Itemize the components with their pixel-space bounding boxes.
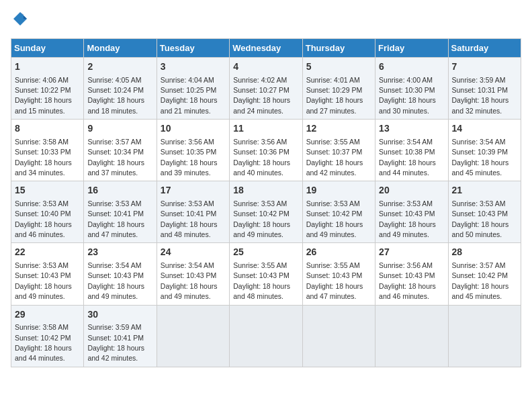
day-number: 4 [233,60,298,74]
day-number: 3 [161,60,226,74]
calendar-day-cell: 14Sunrise: 3:54 AMSunset: 10:39 PMDaylig… [448,120,521,181]
day-detail: Sunrise: 3:58 AMSunset: 10:42 PMDaylight… [15,323,72,362]
calendar-day-cell [302,305,375,367]
day-detail: Sunrise: 3:53 AMSunset: 10:42 PMDaylight… [306,199,363,238]
calendar-day-cell: 3Sunrise: 4:04 AMSunset: 10:25 PMDayligh… [157,58,229,120]
day-detail: Sunrise: 3:59 AMSunset: 10:41 PMDaylight… [87,323,144,362]
calendar-day-cell: 13Sunrise: 3:54 AMSunset: 10:38 PMDaylig… [375,120,448,181]
calendar-day-cell: 29Sunrise: 3:58 AMSunset: 10:42 PMDaylig… [11,305,84,367]
day-detail: Sunrise: 4:01 AMSunset: 10:29 PMDaylight… [306,76,363,115]
logo-icon [12,11,28,27]
logo [11,11,28,30]
day-detail: Sunrise: 3:57 AMSunset: 10:42 PMDaylight… [452,261,509,300]
calendar-day-cell: 23Sunrise: 3:54 AMSunset: 10:43 PMDaylig… [84,243,157,305]
day-number: 26 [306,246,371,259]
calendar-day-cell: 11Sunrise: 3:56 AMSunset: 10:36 PMDaylig… [230,120,302,181]
calendar-day-cell [375,305,448,367]
day-detail: Sunrise: 3:57 AMSunset: 10:34 PMDaylight… [87,138,144,177]
calendar-day-cell: 30Sunrise: 3:59 AMSunset: 10:41 PMDaylig… [84,305,157,367]
calendar-day-cell: 20Sunrise: 3:53 AMSunset: 10:43 PMDaylig… [375,181,448,243]
day-number: 6 [379,60,444,74]
day-number: 5 [306,60,371,74]
day-detail: Sunrise: 4:02 AMSunset: 10:27 PMDaylight… [233,76,290,115]
calendar-day-cell: 22Sunrise: 3:53 AMSunset: 10:43 PMDaylig… [11,243,84,305]
day-number: 30 [87,308,152,322]
calendar-week-row: 15Sunrise: 3:53 AMSunset: 10:40 PMDaylig… [11,181,521,243]
day-detail: Sunrise: 3:53 AMSunset: 10:42 PMDaylight… [233,199,290,238]
day-number: 29 [15,308,80,322]
calendar-day-cell: 4Sunrise: 4:02 AMSunset: 10:27 PMDayligh… [230,58,302,120]
calendar-week-row: 8Sunrise: 3:58 AMSunset: 10:33 PMDayligh… [11,120,521,181]
day-detail: Sunrise: 3:53 AMSunset: 10:41 PMDaylight… [87,199,144,238]
day-number: 2 [87,60,152,74]
calendar-week-row: 22Sunrise: 3:53 AMSunset: 10:43 PMDaylig… [11,243,521,305]
day-number: 28 [452,246,517,259]
day-detail: Sunrise: 3:54 AMSunset: 10:38 PMDaylight… [379,138,436,177]
calendar-body: 1Sunrise: 4:06 AMSunset: 10:22 PMDayligh… [11,58,521,367]
calendar-day-header: Monday [84,39,157,58]
calendar-day-cell: 12Sunrise: 3:55 AMSunset: 10:37 PMDaylig… [302,120,375,181]
calendar-day-cell: 28Sunrise: 3:57 AMSunset: 10:42 PMDaylig… [448,243,521,305]
day-number: 25 [233,246,298,259]
day-number: 21 [452,184,517,197]
calendar-day-header: Saturday [448,39,521,58]
calendar-day-header: Sunday [11,39,84,58]
calendar-day-cell: 1Sunrise: 4:06 AMSunset: 10:22 PMDayligh… [11,58,84,120]
day-detail: Sunrise: 3:58 AMSunset: 10:33 PMDaylight… [15,138,72,177]
day-number: 16 [87,184,152,197]
day-number: 17 [161,184,226,197]
calendar-day-cell: 10Sunrise: 3:56 AMSunset: 10:35 PMDaylig… [157,120,229,181]
day-detail: Sunrise: 3:53 AMSunset: 10:43 PMDaylight… [452,199,509,238]
calendar-day-cell: 25Sunrise: 3:55 AMSunset: 10:43 PMDaylig… [230,243,302,305]
day-detail: Sunrise: 3:59 AMSunset: 10:31 PMDaylight… [452,76,509,115]
day-detail: Sunrise: 3:55 AMSunset: 10:43 PMDaylight… [306,261,363,300]
calendar-day-cell: 2Sunrise: 4:05 AMSunset: 10:24 PMDayligh… [84,58,157,120]
calendar-day-cell: 21Sunrise: 3:53 AMSunset: 10:43 PMDaylig… [448,181,521,243]
day-detail: Sunrise: 3:56 AMSunset: 10:35 PMDaylight… [161,138,218,177]
calendar-day-cell: 27Sunrise: 3:56 AMSunset: 10:43 PMDaylig… [375,243,448,305]
day-detail: Sunrise: 3:56 AMSunset: 10:36 PMDaylight… [233,138,290,177]
day-detail: Sunrise: 4:05 AMSunset: 10:24 PMDaylight… [87,76,144,115]
day-number: 13 [379,122,444,136]
day-number: 23 [87,246,152,259]
calendar-day-cell [230,305,302,367]
calendar-day-cell [448,305,521,367]
calendar-header-row: SundayMondayTuesdayWednesdayThursdayFrid… [11,39,521,58]
day-detail: Sunrise: 4:06 AMSunset: 10:22 PMDaylight… [15,76,72,115]
calendar-day-cell: 18Sunrise: 3:53 AMSunset: 10:42 PMDaylig… [230,181,302,243]
day-number: 22 [15,246,80,259]
calendar-day-cell: 26Sunrise: 3:55 AMSunset: 10:43 PMDaylig… [302,243,375,305]
day-number: 20 [379,184,444,197]
calendar-day-header: Friday [375,39,448,58]
day-number: 19 [306,184,371,197]
day-number: 8 [15,122,80,136]
day-detail: Sunrise: 3:53 AMSunset: 10:41 PMDaylight… [161,199,218,238]
calendar-day-cell: 8Sunrise: 3:58 AMSunset: 10:33 PMDayligh… [11,120,84,181]
day-detail: Sunrise: 3:56 AMSunset: 10:43 PMDaylight… [379,261,436,300]
day-number: 14 [452,122,517,136]
calendar-day-cell: 16Sunrise: 3:53 AMSunset: 10:41 PMDaylig… [84,181,157,243]
calendar-day-cell: 15Sunrise: 3:53 AMSunset: 10:40 PMDaylig… [11,181,84,243]
day-detail: Sunrise: 3:53 AMSunset: 10:43 PMDaylight… [15,261,72,300]
calendar-day-cell: 6Sunrise: 4:00 AMSunset: 10:30 PMDayligh… [375,58,448,120]
calendar-day-header: Thursday [302,39,375,58]
day-number: 11 [233,122,298,136]
calendar-day-header: Wednesday [230,39,302,58]
day-number: 27 [379,246,444,259]
calendar-day-cell: 17Sunrise: 3:53 AMSunset: 10:41 PMDaylig… [157,181,229,243]
header [11,11,521,30]
day-detail: Sunrise: 4:00 AMSunset: 10:30 PMDaylight… [379,76,436,115]
day-detail: Sunrise: 3:54 AMSunset: 10:39 PMDaylight… [452,138,509,177]
day-number: 18 [233,184,298,197]
calendar-day-cell: 24Sunrise: 3:54 AMSunset: 10:43 PMDaylig… [157,243,229,305]
day-number: 1 [15,60,80,74]
day-detail: Sunrise: 4:04 AMSunset: 10:25 PMDaylight… [161,76,218,115]
calendar-week-row: 29Sunrise: 3:58 AMSunset: 10:42 PMDaylig… [11,305,521,367]
calendar-table: SundayMondayTuesdayWednesdayThursdayFrid… [11,38,521,367]
day-number: 10 [161,122,226,136]
calendar-day-cell: 9Sunrise: 3:57 AMSunset: 10:34 PMDayligh… [84,120,157,181]
calendar-day-cell [157,305,229,367]
day-detail: Sunrise: 3:53 AMSunset: 10:43 PMDaylight… [379,199,436,238]
day-number: 12 [306,122,371,136]
day-number: 24 [161,246,226,259]
